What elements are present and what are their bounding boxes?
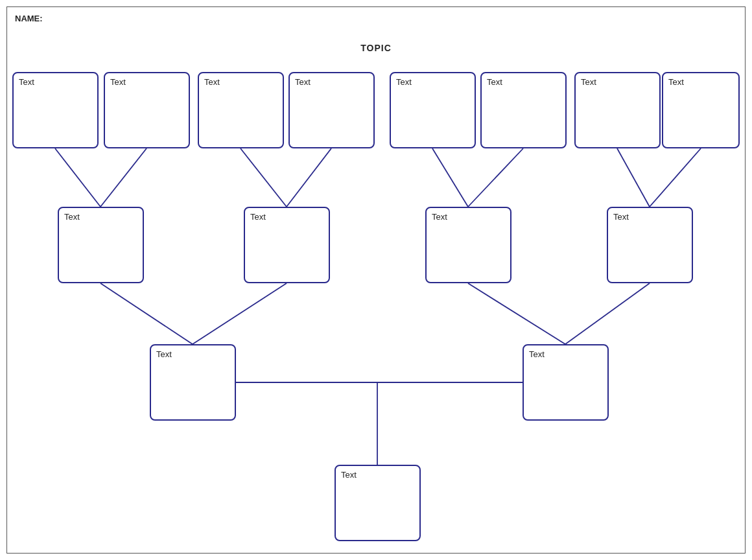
svg-line-7: [650, 148, 701, 207]
node-r1n2[interactable]: Text: [104, 72, 190, 148]
svg-line-4: [432, 148, 468, 207]
svg-line-2: [241, 148, 287, 207]
node-r4n1[interactable]: Text: [335, 465, 421, 541]
name-label: NAME:: [15, 14, 43, 23]
svg-line-10: [468, 283, 565, 344]
node-r2n2[interactable]: Text: [244, 207, 330, 283]
node-r1n3[interactable]: Text: [198, 72, 284, 148]
svg-line-9: [193, 283, 287, 344]
node-r1n8[interactable]: Text: [662, 72, 740, 148]
svg-line-0: [55, 148, 100, 207]
node-r1n6[interactable]: Text: [480, 72, 567, 148]
node-r1n5[interactable]: Text: [390, 72, 476, 148]
node-r1n1[interactable]: Text: [12, 72, 99, 148]
node-r1n7[interactable]: Text: [574, 72, 661, 148]
svg-line-6: [617, 148, 650, 207]
node-r2n4[interactable]: Text: [607, 207, 693, 283]
node-r3n2[interactable]: Text: [523, 344, 609, 421]
svg-line-8: [100, 283, 193, 344]
svg-line-1: [100, 148, 147, 207]
topic-label: TOPIC: [7, 43, 745, 53]
svg-line-11: [565, 283, 650, 344]
node-r2n1[interactable]: Text: [58, 207, 144, 283]
node-r3n1[interactable]: Text: [150, 344, 236, 421]
node-r1n4[interactable]: Text: [288, 72, 375, 148]
page: NAME: TOPIC: [6, 6, 746, 554]
node-r2n3[interactable]: Text: [425, 207, 511, 283]
svg-line-3: [287, 148, 331, 207]
svg-line-5: [468, 148, 523, 207]
